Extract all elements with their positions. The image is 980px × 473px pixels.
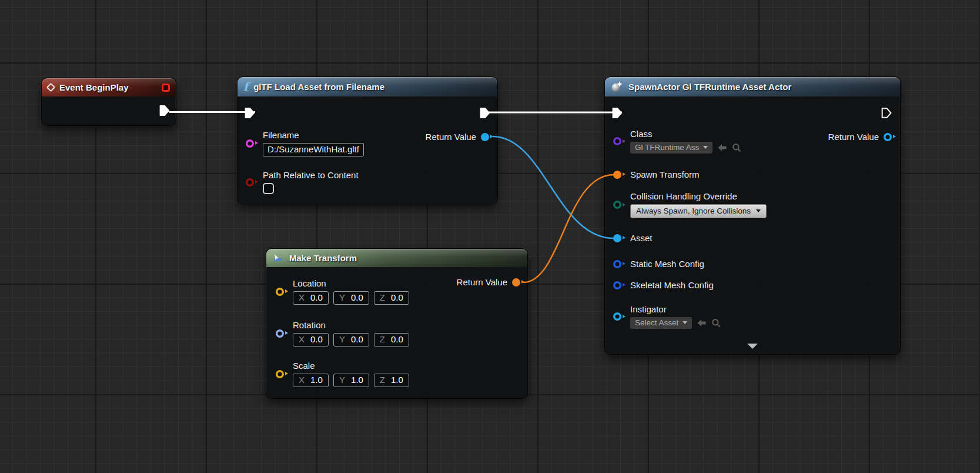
node-header-make-transform[interactable]: Make Transform bbox=[266, 249, 527, 267]
chevron-down-icon bbox=[683, 321, 687, 324]
pin-label: Spawn Transform bbox=[630, 169, 700, 179]
pin-label: Rotation bbox=[293, 320, 409, 330]
pin-label: Location bbox=[293, 278, 409, 288]
spawn-transform-pin[interactable] bbox=[613, 171, 621, 179]
pin-row-return-value: Return Value bbox=[828, 132, 892, 142]
pin-label: Return Value bbox=[426, 132, 476, 142]
collision-enum-pin[interactable] bbox=[613, 201, 621, 209]
vector-input-group: X1.0 Y1.0 Z1.0 bbox=[293, 374, 409, 387]
node-title: Make Transform bbox=[289, 253, 357, 263]
pin-row-location: Location X0.0 Y0.0 Z0.0 bbox=[276, 278, 409, 305]
pin-label: Scale bbox=[293, 361, 409, 371]
return-value-object-pin[interactable] bbox=[481, 133, 489, 141]
instigator-pin[interactable] bbox=[613, 312, 621, 321]
rotation-rotator-pin[interactable] bbox=[276, 329, 284, 338]
exec-out-row bbox=[479, 106, 491, 119]
pin-row-rotation: Rotation X0.0 Y0.0 Z0.0 bbox=[276, 320, 409, 347]
pin-row-class: Class Gl TFRuntime Ass bbox=[613, 129, 741, 154]
y-field[interactable]: Y0.0 bbox=[333, 333, 369, 347]
use-selected-arrow-icon[interactable] bbox=[717, 144, 727, 152]
pin-label: Class bbox=[630, 129, 741, 139]
vector-input-group: X0.0 Y0.0 Z0.0 bbox=[293, 291, 409, 305]
exec-output-pin-unconnected[interactable] bbox=[880, 106, 893, 119]
browse-magnifier-icon[interactable] bbox=[711, 318, 721, 328]
pin-row-scale: Scale X1.0 Y1.0 Z1.0 bbox=[276, 361, 409, 387]
event-diamond-icon bbox=[46, 83, 56, 92]
node-gltf-load-asset[interactable]: f glTF Load Asset from Filename Filename… bbox=[237, 76, 498, 204]
pin-label: Skeletal Mesh Config bbox=[630, 280, 714, 290]
function-f-icon: f bbox=[243, 81, 248, 92]
node-expand-chevron-icon[interactable] bbox=[747, 344, 758, 349]
event-latent-indicator-icon bbox=[162, 84, 170, 92]
x-field[interactable]: X1.0 bbox=[293, 374, 329, 387]
pin-label: Instigator bbox=[630, 304, 721, 314]
x-field[interactable]: X0.0 bbox=[293, 333, 329, 347]
vector-input-group: X0.0 Y0.0 Z0.0 bbox=[293, 333, 409, 347]
collision-dropdown[interactable]: Always Spawn, Ignore Collisions bbox=[630, 204, 767, 218]
exec-output-pin[interactable] bbox=[158, 104, 171, 117]
pin-label: Collision Handling Override bbox=[630, 191, 767, 201]
pin-row-return-value: Return Value bbox=[457, 277, 520, 287]
make-struct-icon bbox=[272, 254, 284, 263]
pin-label: Path Relative to Content bbox=[263, 170, 359, 180]
node-spawn-actor[interactable]: SpawnActor Gl TFRuntime Asset Actor Clas… bbox=[604, 76, 901, 355]
chevron-down-icon bbox=[756, 209, 761, 212]
z-field[interactable]: Z0.0 bbox=[374, 333, 409, 347]
class-dropdown[interactable]: Gl TFRuntime Ass bbox=[630, 142, 713, 154]
exec-output-pin[interactable] bbox=[479, 106, 491, 119]
static-mesh-config-pin[interactable] bbox=[613, 260, 621, 268]
object-wire-returnvalue-to-asset bbox=[493, 136, 614, 238]
node-event-beginplay[interactable]: Event BeginPlay bbox=[41, 78, 176, 126]
pin-row-path-relative: Path Relative to Content bbox=[246, 170, 359, 194]
pin-row-filename: Filename D:/SuzanneWithHat.gltf bbox=[246, 130, 364, 156]
pin-row-skeletal-mesh-config: Skeletal Mesh Config bbox=[613, 280, 714, 290]
location-vector-pin[interactable] bbox=[276, 288, 284, 296]
pin-label: Asset bbox=[630, 233, 653, 243]
return-value-transform-pin[interactable] bbox=[512, 278, 520, 287]
exec-input-pin[interactable] bbox=[243, 106, 256, 119]
spawn-actor-sphere-icon bbox=[611, 81, 623, 93]
node-title: glTF Load Asset from Filename bbox=[253, 82, 384, 92]
x-field[interactable]: X0.0 bbox=[293, 291, 329, 305]
node-make-transform[interactable]: Make Transform Return Value Location X0.… bbox=[266, 248, 528, 399]
pin-label: Static Mesh Config bbox=[630, 259, 704, 269]
class-pin[interactable] bbox=[613, 137, 621, 145]
exec-out-row bbox=[158, 104, 171, 117]
filename-input[interactable]: D:/SuzanneWithHat.gltf bbox=[263, 143, 364, 156]
exec-input-pin[interactable] bbox=[611, 106, 624, 119]
filename-string-pin[interactable] bbox=[246, 139, 254, 148]
node-title: Event BeginPlay bbox=[59, 82, 129, 92]
exec-in-row bbox=[243, 106, 256, 119]
node-header-spawn-actor[interactable]: SpawnActor Gl TFRuntime Asset Actor bbox=[605, 77, 900, 96]
path-relative-bool-pin[interactable] bbox=[246, 178, 254, 186]
skeletal-mesh-config-pin[interactable] bbox=[613, 281, 621, 289]
pin-row-static-mesh-config: Static Mesh Config bbox=[613, 259, 704, 269]
pin-row-spawn-transform: Spawn Transform bbox=[613, 169, 700, 179]
z-field[interactable]: Z1.0 bbox=[374, 374, 409, 387]
y-field[interactable]: Y1.0 bbox=[333, 374, 369, 387]
pin-row-collision: Collision Handling Override Always Spawn… bbox=[613, 191, 767, 218]
pin-label: Return Value bbox=[828, 132, 879, 142]
node-header-gltf-load[interactable]: f glTF Load Asset from Filename bbox=[238, 77, 497, 96]
exec-out-row bbox=[880, 106, 893, 119]
transform-wire-maketransform-to-spawntransform bbox=[523, 175, 614, 282]
z-field[interactable]: Z0.0 bbox=[374, 291, 409, 305]
chevron-down-icon bbox=[703, 146, 708, 149]
browse-magnifier-icon[interactable] bbox=[732, 143, 741, 152]
pin-label: Return Value bbox=[457, 277, 507, 287]
return-value-object-pin[interactable] bbox=[884, 133, 892, 141]
pin-row-instigator: Instigator Select Asset bbox=[613, 304, 721, 329]
instigator-dropdown[interactable]: Select Asset bbox=[630, 317, 692, 329]
pin-label: Filename bbox=[263, 130, 364, 140]
scale-vector-pin[interactable] bbox=[276, 370, 284, 378]
blueprint-graph-canvas[interactable]: Event BeginPlay f glTF Load Asset from F… bbox=[0, 0, 980, 473]
pin-row-return-value: Return Value bbox=[426, 132, 489, 142]
node-title: SpawnActor Gl TFRuntime Asset Actor bbox=[628, 82, 791, 92]
exec-in-row bbox=[611, 106, 624, 119]
node-header-event-beginplay[interactable]: Event BeginPlay bbox=[42, 78, 176, 96]
pin-row-asset: Asset bbox=[613, 233, 653, 243]
path-relative-checkbox[interactable] bbox=[263, 183, 274, 194]
asset-object-pin[interactable] bbox=[613, 234, 621, 242]
use-selected-arrow-icon[interactable] bbox=[697, 319, 707, 327]
y-field[interactable]: Y0.0 bbox=[333, 291, 369, 305]
